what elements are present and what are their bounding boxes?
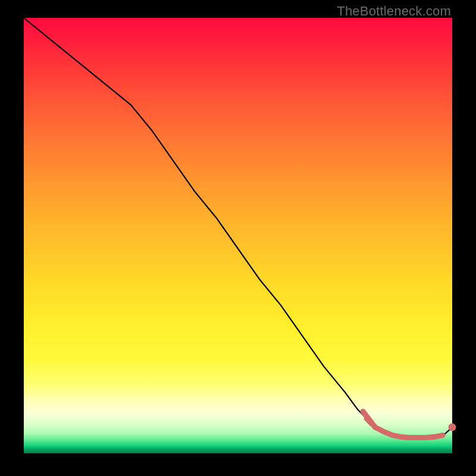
bottleneck-curve xyxy=(24,18,452,438)
chart-plot xyxy=(24,18,452,453)
watermark-label: TheBottleneck.com xyxy=(337,4,451,19)
end-marker-dot xyxy=(449,424,456,431)
highlight-dashes xyxy=(363,411,443,437)
